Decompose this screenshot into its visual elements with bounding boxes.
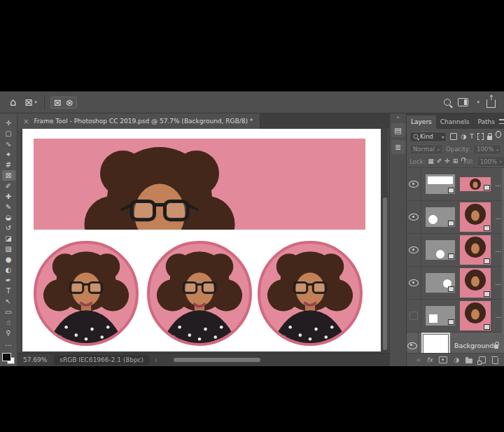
type-tool[interactable]: T xyxy=(2,286,15,296)
tab-layers[interactable]: Layers xyxy=(407,116,436,129)
delete-layer-icon[interactable] xyxy=(492,358,498,364)
dodge-tool[interactable]: ◐ xyxy=(2,265,15,275)
filter-toggle-icon[interactable] xyxy=(496,131,501,138)
expand-panels-icon[interactable]: « xyxy=(396,114,400,120)
frame-tool[interactable]: ⊠ xyxy=(2,170,15,181)
lasso-tool[interactable]: ∿ xyxy=(2,139,15,149)
blur-tool[interactable]: ● xyxy=(2,254,15,265)
visibility-toggle[interactable] xyxy=(407,234,421,266)
new-group-icon[interactable] xyxy=(465,358,472,363)
collapsed-panel-icon-1[interactable]: ▤ xyxy=(391,123,405,137)
visibility-toggle[interactable] xyxy=(407,201,421,233)
zoom-tool[interactable]: ⚲ xyxy=(2,328,15,338)
filter-kind-dropdown[interactable]: Kind ▾ xyxy=(410,132,447,142)
horizontal-scrollbar-thumb[interactable] xyxy=(174,358,260,362)
lock-transparency-icon[interactable]: ▦ xyxy=(428,158,434,165)
lock-artboard-icon[interactable]: ⊞ xyxy=(453,158,458,165)
zoom-level[interactable]: 57.69% xyxy=(23,356,47,363)
history-brush-tool[interactable]: ↺ xyxy=(2,223,15,233)
foreground-color-swatch[interactable] xyxy=(2,353,11,361)
visibility-toggle[interactable] xyxy=(407,300,421,332)
layer-row-3[interactable]: ... xyxy=(407,234,504,267)
filter-shape-layers-icon[interactable] xyxy=(477,133,484,140)
close-icon[interactable]: × xyxy=(23,118,29,125)
brush-tool[interactable]: ✎ xyxy=(2,202,15,212)
add-layer-mask-icon[interactable] xyxy=(439,356,447,363)
blend-mode-dropdown[interactable]: Normal ▾ xyxy=(410,144,443,155)
hand-tool[interactable]: ☝ xyxy=(2,317,15,328)
healing-brush-tool[interactable]: ✚ xyxy=(2,191,15,202)
photo-thumbnail[interactable] xyxy=(460,268,491,298)
banner-photo[interactable] xyxy=(34,139,365,230)
workspace-icon[interactable] xyxy=(458,98,468,106)
tab-channels[interactable]: Channels xyxy=(436,116,474,129)
collapsed-panel-icon-2[interactable]: ≣ xyxy=(391,140,405,154)
layer-name[interactable]: Background xyxy=(454,342,494,349)
pen-tool[interactable]: ✒ xyxy=(2,275,15,286)
frame-tool-icon[interactable]: ⊠ xyxy=(25,97,34,107)
document-canvas[interactable] xyxy=(22,129,381,351)
photo-thumbnail[interactable] xyxy=(460,301,491,330)
path-selection-tool[interactable]: ↖ xyxy=(2,296,15,307)
layer-name[interactable]: ... xyxy=(495,312,501,319)
rectangular-frame-icon[interactable]: ⊠ xyxy=(54,98,62,107)
vertical-scrollbar-thumb[interactable] xyxy=(383,197,387,350)
tab-paths[interactable]: Paths xyxy=(473,116,498,129)
workspace-chevron-icon[interactable]: ▾ xyxy=(477,99,479,105)
layer-effects-icon[interactable]: fx xyxy=(427,356,433,363)
layer-row-2[interactable]: ... xyxy=(407,201,504,234)
fill-dropdown[interactable]: 100% ▾ xyxy=(477,156,504,167)
quick-selection-tool[interactable]: ✦ xyxy=(2,149,15,160)
layer-row-1[interactable]: ... xyxy=(407,168,504,201)
rectangular-marquee-tool[interactable]: ▢ xyxy=(2,128,15,139)
vertical-scrollbar[interactable] xyxy=(382,129,388,353)
layer-name[interactable]: ... xyxy=(495,181,501,188)
search-icon[interactable] xyxy=(444,99,451,106)
filter-smart-objects-icon[interactable] xyxy=(487,136,491,140)
photo-thumbnail[interactable] xyxy=(460,235,491,265)
visibility-toggle[interactable] xyxy=(407,168,421,200)
layer-name[interactable]: ... xyxy=(495,279,501,286)
document-tab[interactable]: × Frame Tool - Photoshop CC 2019.psd @ 5… xyxy=(18,113,260,129)
color-profile[interactable]: sRGB IEC61966-2.1 (8bpc) xyxy=(54,355,149,365)
layer-name[interactable]: ... xyxy=(495,246,501,253)
background-thumbnail[interactable] xyxy=(423,334,449,354)
lock-position-icon[interactable]: ✛ xyxy=(444,158,450,165)
circle-photo-3[interactable] xyxy=(258,241,363,346)
new-layer-icon[interactable] xyxy=(479,356,486,363)
lock-pixels-icon[interactable]: ✐ xyxy=(437,158,442,165)
canvas-area[interactable] xyxy=(18,129,389,353)
eraser-tool[interactable]: ◪ xyxy=(2,233,15,244)
edit-toolbar-button[interactable]: … xyxy=(2,338,15,349)
filter-type-layers-icon[interactable]: T xyxy=(470,134,474,140)
circle-photo-2[interactable] xyxy=(147,241,252,346)
home-icon[interactable]: ⌂ xyxy=(10,97,17,108)
frame-thumbnail[interactable] xyxy=(426,207,455,227)
filter-adjustment-layers-icon[interactable]: ◑ xyxy=(461,134,466,140)
visibility-toggle[interactable] xyxy=(407,267,421,299)
panel-menu-icon[interactable] xyxy=(499,118,504,125)
tool-preset-chevron-icon[interactable]: ▾ xyxy=(34,99,37,105)
status-chevron-icon[interactable]: › xyxy=(155,356,158,363)
move-tool[interactable]: ✛ xyxy=(2,118,15,128)
eyedropper-tool[interactable]: ✐ xyxy=(2,181,15,191)
layer-row-4[interactable]: ... xyxy=(407,267,504,300)
layer-row-5[interactable]: ... xyxy=(407,300,504,333)
crop-tool[interactable]: # xyxy=(2,160,15,170)
share-icon[interactable] xyxy=(486,99,496,108)
rectangle-tool[interactable]: ▭ xyxy=(2,307,15,317)
frame-thumbnail[interactable] xyxy=(426,306,455,326)
elliptical-frame-icon[interactable]: ⊗ xyxy=(66,98,74,107)
opacity-dropdown[interactable]: 100% ▾ xyxy=(473,144,501,155)
gradient-tool[interactable]: ▨ xyxy=(2,244,15,254)
clone-stamp-tool[interactable]: ◒ xyxy=(2,212,15,223)
layer-name[interactable]: ... xyxy=(495,214,501,221)
link-layers-icon[interactable]: ∞ xyxy=(416,357,421,363)
adjustment-layer-icon[interactable]: ◑ xyxy=(454,357,459,363)
visibility-toggle[interactable] xyxy=(407,333,419,353)
frame-thumbnail[interactable] xyxy=(426,240,455,260)
circle-photo-1[interactable] xyxy=(34,241,139,346)
photo-thumbnail[interactable] xyxy=(460,202,491,232)
frame-thumbnail[interactable] xyxy=(426,174,455,194)
layer-row-background[interactable]: Background xyxy=(407,333,504,353)
